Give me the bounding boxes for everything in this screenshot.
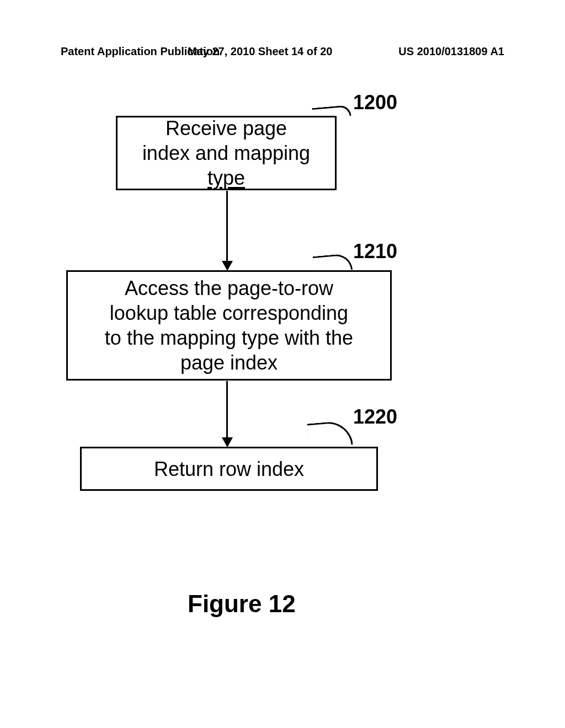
figure-label: Figure 12 [188, 590, 296, 618]
reference-numeral-1200: 1200 [353, 91, 397, 114]
box2-line3: to the mapping type with the [68, 325, 390, 350]
page-header: Patent Application Publication May 27, 2… [0, 45, 565, 58]
box2-line1: Access the page-to-row [68, 276, 390, 301]
header-date-sheet: May 27, 2010 Sheet 14 of 20 [188, 45, 332, 58]
box2-line2: lookup table corresponding [68, 301, 390, 325]
box3-text: Return row index [82, 457, 376, 481]
callout-line-1220 [307, 420, 353, 449]
box1-line2: index and mapping [118, 141, 335, 165]
flowchart-box-receive: Receive page index and mapping type [116, 116, 337, 190]
reference-numeral-1210: 1210 [353, 240, 397, 263]
arrow-2-head [222, 437, 233, 447]
box1-line3: type [118, 165, 335, 190]
arrow-1-head [222, 261, 233, 271]
header-patent-number: US 2010/0131809 A1 [398, 45, 504, 58]
arrow-2-line [226, 381, 228, 439]
flowchart-box-return: Return row index [80, 447, 378, 491]
reference-numeral-1220: 1220 [353, 405, 397, 429]
flowchart-box-access: Access the page-to-row lookup table corr… [66, 270, 392, 381]
box1-line1: Receive page [118, 116, 335, 141]
box2-line4: page index [68, 350, 390, 375]
arrow-1-line [226, 191, 228, 263]
flowchart-diagram: 1200 Receive page index and mapping type… [0, 88, 565, 585]
